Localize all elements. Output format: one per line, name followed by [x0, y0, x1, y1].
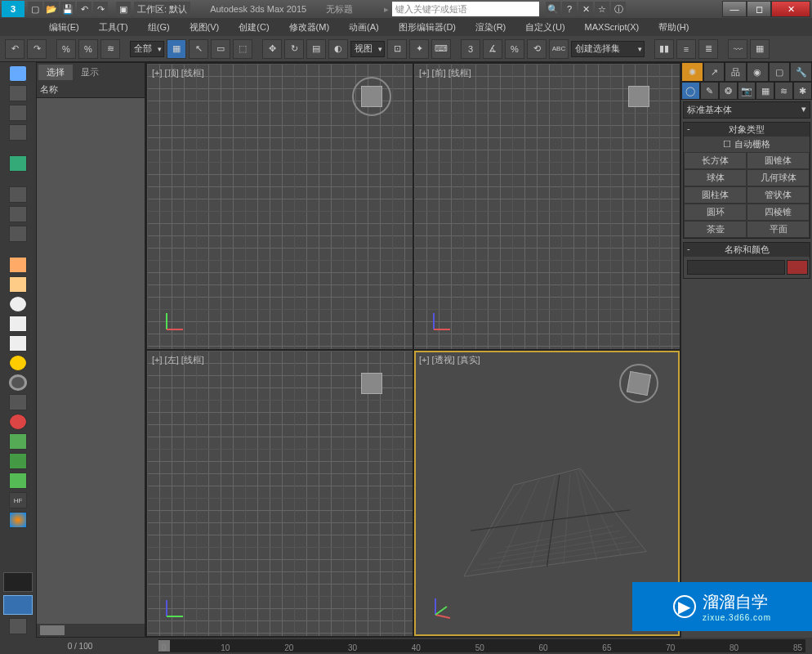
viewcube-front[interactable]: [622, 80, 655, 113]
unlink-button[interactable]: %: [78, 39, 98, 59]
schematic-button[interactable]: ▦: [750, 39, 770, 59]
checker-icon[interactable]: [9, 85, 27, 101]
shapes-subtab[interactable]: ✎: [700, 82, 719, 100]
layout-thumb-1[interactable]: [3, 572, 33, 592]
layer-button[interactable]: ≣: [698, 39, 718, 59]
abc-button[interactable]: ABC: [549, 39, 569, 59]
box-icon[interactable]: [9, 257, 27, 273]
snap-3-button[interactable]: 3: [461, 39, 480, 59]
layout-thumb-2[interactable]: [3, 595, 33, 615]
utilities-tab[interactable]: 🔧: [790, 62, 812, 82]
new-file-icon[interactable]: ▢: [28, 2, 42, 16]
cone-icon[interactable]: [9, 335, 27, 352]
menu-create[interactable]: 创建(C): [229, 19, 279, 36]
menu-tools[interactable]: 工具(T): [89, 19, 138, 36]
time-track[interactable]: 010203040506065708085: [158, 639, 805, 652]
menu-render[interactable]: 渲染(R): [466, 19, 515, 36]
teapot-icon[interactable]: [9, 65, 27, 82]
bind-button[interactable]: ≋: [100, 39, 120, 59]
pyramid-button[interactable]: 四棱锥: [747, 204, 810, 221]
name-input[interactable]: [687, 260, 785, 275]
percent-snap-button[interactable]: %: [505, 39, 524, 59]
maximize-button[interactable]: ◻: [747, 1, 771, 17]
exchange-icon[interactable]: ✕: [578, 2, 593, 16]
undo-button[interactable]: ↶: [5, 39, 25, 59]
sphere-map-icon[interactable]: [9, 226, 27, 242]
undo-icon[interactable]: ↶: [77, 2, 91, 16]
cylinder-icon[interactable]: [9, 316, 27, 332]
keymode-button[interactable]: ⌨: [431, 39, 451, 59]
pin-icon[interactable]: [9, 414, 27, 430]
app-logo[interactable]: 3: [2, 1, 25, 17]
minimize-button[interactable]: —: [722, 1, 747, 17]
mirror-button[interactable]: ▮▮: [654, 39, 674, 59]
color-swatch[interactable]: [787, 260, 808, 275]
open-icon[interactable]: 📂: [44, 2, 59, 16]
menu-graph[interactable]: 图形编辑器(D): [389, 19, 466, 36]
vp-left-label[interactable]: [+] [左] [线框]: [152, 354, 204, 366]
object-type-header[interactable]: 对象类型: [684, 123, 810, 137]
spacewarp-subtab[interactable]: ≋: [774, 82, 793, 100]
help-icon[interactable]: ?: [562, 2, 577, 16]
refcoord-dropdown[interactable]: 视图: [350, 41, 385, 57]
rotate-button[interactable]: ↻: [284, 39, 304, 59]
manip-button[interactable]: ✦: [409, 39, 429, 59]
viewcube-top[interactable]: [355, 80, 388, 113]
menu-modifier[interactable]: 修改器(M): [279, 19, 340, 36]
ring-icon[interactable]: [9, 374, 27, 391]
lights-subtab[interactable]: ❂: [719, 82, 738, 100]
select-button[interactable]: ▦: [167, 39, 186, 59]
info-icon[interactable]: ⓘ: [611, 2, 626, 16]
modify-tab[interactable]: ↗: [703, 62, 725, 82]
tree-icon[interactable]: [9, 433, 27, 450]
menu-group[interactable]: 组(G): [138, 19, 180, 36]
helpers-subtab[interactable]: ▦: [756, 82, 774, 100]
viewport-front[interactable]: [+] [前] [线框]: [414, 64, 680, 349]
link-button[interactable]: %: [56, 39, 76, 59]
select-name-button[interactable]: ↖: [189, 39, 208, 59]
placement-button[interactable]: ◐: [328, 39, 348, 59]
viewcube-left[interactable]: [355, 367, 388, 400]
menu-maxscript[interactable]: MAXScript(X): [575, 20, 649, 34]
angle-snap-button[interactable]: ∡: [483, 39, 502, 59]
leaf-icon[interactable]: [9, 453, 27, 469]
vp-front-label[interactable]: [+] [前] [线框]: [419, 67, 471, 79]
layout-grid-icon[interactable]: [9, 618, 27, 634]
scene-list[interactable]: [37, 98, 145, 624]
particles-icon[interactable]: [9, 394, 27, 410]
grass-icon[interactable]: [9, 473, 27, 489]
curve-editor-button[interactable]: 〰: [728, 39, 747, 59]
align-button[interactable]: ≡: [676, 39, 696, 59]
hf-icon[interactable]: HF: [9, 492, 27, 508]
hemisphere-icon[interactable]: [9, 276, 27, 293]
vp-persp-label[interactable]: [+] [透视] [真实]: [419, 354, 480, 366]
redo-icon[interactable]: ↷: [93, 2, 108, 16]
cylinder-button[interactable]: 圆柱体: [684, 186, 747, 204]
category-dropdown[interactable]: 标准基本体: [683, 101, 810, 119]
name-color-header[interactable]: 名称和颜色: [684, 243, 810, 257]
menu-help[interactable]: 帮助(H): [649, 19, 698, 36]
spinner-snap-button[interactable]: ⟲: [527, 39, 547, 59]
col-name-header[interactable]: 名称: [37, 82, 145, 98]
scene-hscroll[interactable]: [37, 624, 145, 637]
plane-button[interactable]: 平面: [747, 221, 810, 238]
close-button[interactable]: ✕: [771, 1, 810, 17]
cone-button[interactable]: 圆锥体: [747, 152, 810, 169]
tab-display[interactable]: 显示: [73, 65, 107, 80]
tab-select[interactable]: 选择: [38, 65, 73, 80]
moon-icon[interactable]: [9, 206, 27, 222]
autogrid-checkbox[interactable]: ☐ 自动栅格: [684, 137, 810, 152]
search-icon[interactable]: 🔍: [546, 2, 560, 16]
project-icon[interactable]: ▣: [116, 2, 131, 16]
speaker-icon[interactable]: [9, 186, 27, 203]
geosphere-button[interactable]: 几何球体: [747, 169, 810, 186]
menu-animation[interactable]: 动画(A): [339, 19, 389, 36]
save-icon[interactable]: 💾: [60, 2, 75, 16]
torus-button[interactable]: 圆环: [684, 204, 747, 221]
viewport-left[interactable]: [+] [左] [线框]: [147, 351, 413, 636]
display-tab[interactable]: ▢: [769, 62, 791, 82]
star-icon[interactable]: ☆: [595, 2, 609, 16]
hierarchy-tab[interactable]: 品: [725, 62, 747, 82]
redo-button[interactable]: ↷: [27, 39, 47, 59]
sphere-icon[interactable]: [9, 296, 27, 312]
